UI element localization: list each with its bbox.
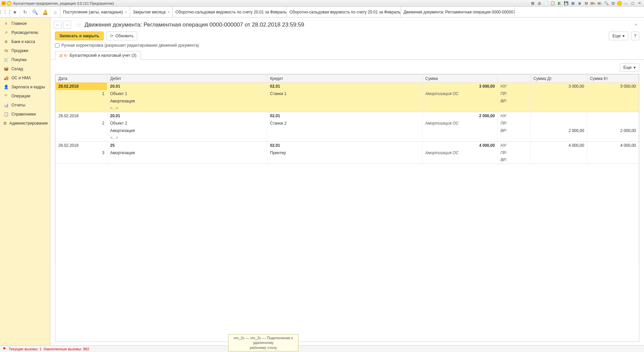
th-sum[interactable]: Сумма	[422, 75, 497, 83]
accounting-tab[interactable]: Дт Кт Бухгалтерский и налоговый учет (3)	[55, 51, 141, 60]
table-row[interactable]: 28.02.2018 25 02.01 4 000,00 НУ: 4 000,0…	[56, 142, 639, 149]
sidebar-item-operations[interactable]: ᴬᵀОперации	[0, 91, 50, 100]
print-icon[interactable]: 🖶	[537, 1, 542, 6]
sidebar-item-salary[interactable]: 👤Зарплата и кадры	[0, 82, 50, 91]
star-icon[interactable]: ★	[10, 7, 20, 17]
calendar-icon[interactable]: ▦	[570, 1, 576, 6]
sidebar-item-label: Банк и касса	[11, 39, 35, 44]
toolbar-icon[interactable]: ▦	[530, 1, 535, 6]
sidebar-item-label: Операции	[11, 94, 30, 98]
close-window-icon[interactable]: ✕	[637, 1, 642, 6]
m-minus-icon[interactable]: M-	[597, 1, 602, 6]
status-icon: ⚑	[3, 347, 7, 351]
save-close-button[interactable]: Записать и закрыть	[55, 32, 104, 40]
th-debit[interactable]: Дебет	[107, 75, 267, 83]
status-current-label: Текущие вызовы:	[9, 347, 39, 351]
sidebar-item-purchases[interactable]: 🛒Покупки	[0, 55, 50, 64]
table-row[interactable]: Амортизация ВР:	[56, 97, 639, 105]
sidebar-item-label: ОС и НМА	[11, 76, 31, 80]
tab-close-icon[interactable]: ×	[168, 10, 170, 14]
th-blank	[498, 75, 531, 83]
panels-icon[interactable]: ▥	[610, 1, 616, 6]
th-sum-dt[interactable]: Сумма Дт	[531, 75, 587, 83]
status-accum-label: Накопленные вызовы:	[44, 347, 82, 351]
table-row[interactable]: ВР:	[56, 157, 639, 164]
entries-grid[interactable]: Дата Дебет Кредит Сумма Сумма Дт Сумма К…	[55, 74, 639, 342]
table-row[interactable]: Амортизация ВР: 2 000,00 2 000,00	[56, 127, 639, 134]
grid-more-button[interactable]: Еще ▾	[620, 63, 639, 72]
close-page-icon[interactable]: ×	[633, 21, 639, 28]
table-row[interactable]: <...>	[56, 134, 639, 142]
history-icon[interactable]: ↻	[20, 7, 30, 17]
more-button[interactable]: Еще ▾	[609, 32, 628, 40]
manual-edit-label: Ручная корректировка (разрешает редактир…	[61, 43, 199, 48]
tab-0[interactable]: Поступление (акты, накладные)×	[60, 7, 130, 17]
status-current-val: 1	[40, 347, 42, 351]
sidebar-item-sales[interactable]: 🛍Продажи	[0, 46, 50, 55]
sidebar-item-bank[interactable]: ⊕Банк и касса	[0, 37, 50, 46]
tab-1[interactable]: Закрытие месяца×	[130, 7, 173, 17]
minimize-icon[interactable]: —	[623, 1, 629, 6]
main-toolbar: ⋮⋮⋮ ★ ↻ 🔍 🔔 ⌂ Поступление (акты, накладн…	[0, 7, 644, 17]
th-credit[interactable]: Кредит	[267, 75, 423, 83]
table-row[interactable]: 2 Объект 2 Станок 2 Амортизация ОС ПР:	[56, 120, 639, 127]
status-bar: ⚑ Текущие вызовы: 1 Накопленные вызовы: …	[0, 345, 644, 352]
favorite-icon[interactable]: ☆	[74, 21, 83, 29]
save-icon[interactable]: 💾	[564, 1, 569, 6]
table-row[interactable]: 3 Амортизация Принтер Амортизация ОС ПР:	[56, 149, 639, 157]
tab-3[interactable]: Оборотно-сальдовая ведомость по счету 20…	[287, 7, 401, 17]
page-title: Движения документа: Регламентная операци…	[85, 21, 304, 28]
chevron-down-icon: ▾	[623, 34, 625, 38]
doc-icon[interactable]: 📄	[543, 1, 549, 6]
sidebar-item-label: Зарплата и кадры	[11, 85, 45, 89]
content-area: ← → ☆ Движения документа: Регламентная о…	[50, 17, 644, 345]
th-date[interactable]: Дата	[56, 75, 107, 83]
table-row[interactable]: <...>	[56, 105, 639, 112]
table-row[interactable]: 28.02.2018 20.01 02.01 3 000,00 НУ: 3 00…	[56, 83, 639, 90]
info-icon[interactable]: i	[617, 1, 622, 6]
tab-4[interactable]: Движения документа: Регламентная операци…	[401, 7, 515, 17]
sidebar-item-catalogs[interactable]: 📋Справочники	[0, 109, 50, 119]
sidebar-item-warehouse[interactable]: 📦Склад	[0, 64, 50, 73]
sidebar-item-label: Администрирование	[9, 121, 48, 126]
sidebar-item-main[interactable]: ≡Главное	[0, 19, 50, 28]
sidebar-warehouse-icon: 📦	[3, 67, 9, 71]
sidebar-reports-icon: 📊	[3, 103, 9, 107]
sidebar-item-label: Продажи	[11, 48, 28, 53]
sidebar-item-reports[interactable]: 📊Отчеты	[0, 100, 50, 109]
maximize-icon[interactable]: ◻	[630, 1, 635, 6]
apps-icon[interactable]: ⋮⋮⋮	[0, 7, 10, 17]
home-icon[interactable]: ⌂	[50, 7, 60, 17]
tab-2[interactable]: Оборотно-сальдовая ведомость по счету 20…	[173, 7, 287, 17]
sidebar-item-admin[interactable]: ✿Администрирование	[0, 119, 50, 128]
zoom-icon[interactable]: 🔍	[604, 1, 609, 6]
compare-icon[interactable]: ◧	[557, 1, 562, 6]
sidebar-item-label: Отчеты	[11, 103, 25, 107]
table-row[interactable]: 28.02.2018 20.01 02.01 2 000,00 НУ:	[56, 112, 639, 120]
refresh-button[interactable]: ⟳Обновить	[106, 32, 137, 40]
sidebar-salary-icon: 👤	[3, 85, 9, 89]
table-row[interactable]: 1 Объект 1 Станок 1 Амортизация ОС ПР:	[56, 90, 639, 97]
tab-close-icon[interactable]: ×	[125, 10, 127, 14]
nav-back-button[interactable]: ←	[54, 21, 62, 29]
app-menu-dropdown-icon[interactable]	[7, 1, 11, 6]
search-icon[interactable]: 🔍	[30, 7, 40, 17]
m-icon[interactable]: M	[584, 1, 589, 6]
manual-edit-checkbox[interactable]	[55, 43, 59, 48]
bell-icon[interactable]: 🔔	[40, 7, 50, 17]
sidebar-item-manager[interactable]: ↗Руководителю	[0, 28, 50, 37]
rdp-line2: рабочему столу	[232, 345, 295, 350]
sidebar-item-label: Справочники	[11, 112, 36, 117]
accounting-tab-icon: Дт Кт	[59, 54, 68, 57]
th-sum-kt[interactable]: Сумма Кт	[587, 75, 639, 83]
window-title: Бухгалтерия предприятия, редакция 3.0 (1…	[13, 1, 114, 5]
m-plus-icon[interactable]: M+	[590, 1, 596, 6]
clipboard-icon[interactable]: 📋	[550, 1, 555, 6]
refresh-label: Обновить	[115, 34, 133, 38]
help-button[interactable]: ?	[631, 32, 639, 40]
sidebar-item-assets[interactable]: 🚚ОС и НМА	[0, 73, 50, 82]
sidebar-catalogs-icon: 📋	[3, 112, 9, 117]
sidebar-assets-icon: 🚚	[3, 76, 9, 80]
calc-icon[interactable]: 🖩	[577, 1, 582, 6]
nav-forward-button[interactable]: →	[63, 21, 71, 29]
